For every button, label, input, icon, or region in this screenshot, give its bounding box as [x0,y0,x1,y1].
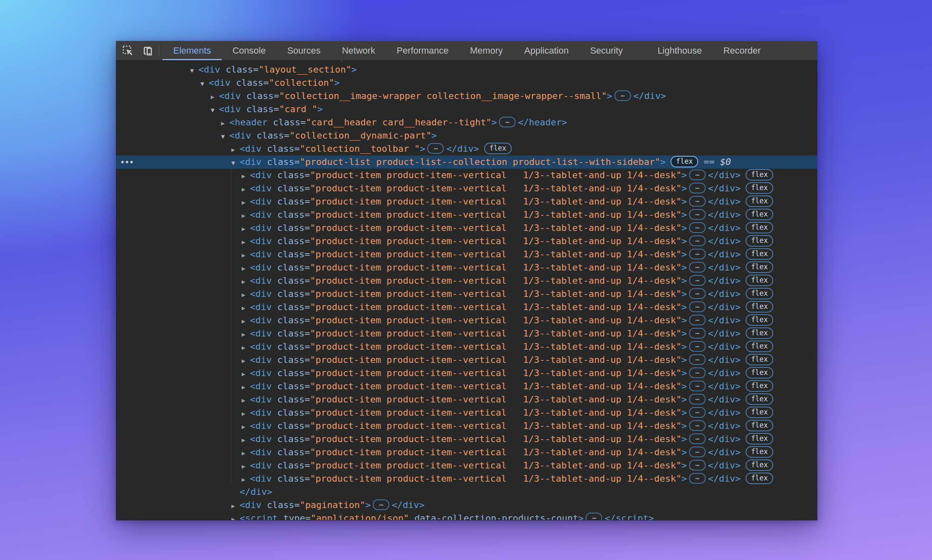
tree-node-product-item[interactable]: ▶<div class="product-item product-item--… [116,287,817,301]
flex-badge[interactable]: flex [746,354,773,365]
flex-badge[interactable]: flex [746,407,773,418]
flex-badge[interactable]: flex [746,420,773,431]
tab-network[interactable]: Network [331,41,386,60]
inline-expand-button[interactable]: ⋯ [689,394,706,405]
expand-arrow-closed-icon[interactable]: ▶ [242,433,250,447]
tree-node-product-item[interactable]: ▶<div class="product-item product-item--… [116,446,817,459]
tree-node-collection[interactable]: ▼<div class="collection"> [116,76,817,89]
expand-arrow-closed-icon[interactable]: ▶ [242,235,250,249]
expand-arrow-closed-icon[interactable]: ▶ [242,262,250,275]
tree-node-collection-toolbar[interactable]: ▶<div class="collection__toolbar ">⋯</di… [116,142,817,155]
node-more-actions-icon[interactable] [121,155,133,169]
expand-arrow-closed-icon[interactable]: ▶ [242,381,250,394]
flex-badge[interactable]: flex [746,433,773,445]
inline-expand-button[interactable]: ⋯ [689,460,706,471]
expand-arrow-closed-icon[interactable]: ▶ [242,341,250,354]
expand-arrow-closed-icon[interactable]: ▶ [242,183,250,196]
flex-badge[interactable]: flex [746,301,773,313]
tree-node-collection-image-wrapper[interactable]: ▶<div class="collection__image-wrapper c… [116,89,817,103]
inline-expand-button[interactable]: ⋯ [689,183,706,193]
tree-node-product-item[interactable]: ▶<div class="product-item product-item--… [116,274,817,287]
expand-arrow-closed-icon[interactable]: ▶ [242,354,250,367]
expand-arrow-closed-icon[interactable]: ▶ [242,394,250,407]
tree-node-product-item[interactable]: ▶<div class="product-item product-item--… [116,261,817,274]
flex-badge[interactable]: flex [746,314,773,326]
flex-badge[interactable]: flex [746,446,773,458]
flex-badge[interactable]: flex [746,341,773,352]
device-toolbar-icon[interactable] [140,41,154,60]
inline-expand-button[interactable]: ⋯ [689,315,706,325]
expand-arrow-open-icon[interactable]: ▼ [211,104,219,117]
tree-node-product-item[interactable]: ▶<div class="product-item product-item--… [116,459,817,472]
inline-expand-button[interactable]: ⋯ [689,275,706,286]
flex-badge[interactable]: flex [746,248,773,260]
flex-badge[interactable]: flex [746,459,773,471]
expand-arrow-closed-icon[interactable]: ▶ [242,288,250,301]
flex-badge[interactable]: flex [746,275,773,286]
flex-badge[interactable]: flex [746,195,773,207]
tree-node-product-item[interactable]: ▶<div class="product-item product-item--… [116,367,817,380]
inline-expand-button[interactable]: ⋯ [689,222,706,233]
expand-arrow-open-icon[interactable]: ▼ [231,156,240,169]
flex-badge[interactable]: flex [484,143,512,154]
tree-node-product-item[interactable]: ▶<div class="product-item product-item--… [116,433,817,446]
expand-arrow-closed-icon[interactable]: ▶ [242,407,250,420]
expand-arrow-open-icon[interactable]: ▼ [190,64,198,77]
expand-arrow-closed-icon[interactable]: ▶ [242,460,250,473]
flex-badge[interactable]: flex [746,393,773,405]
tree-node-product-item[interactable]: ▶<div class="product-item product-item--… [116,327,817,340]
tab-performance[interactable]: Performance [386,41,459,60]
tree-node-pagination[interactable]: ▶<div class="pagination">⋯</div> [116,499,817,512]
inline-expand-button[interactable]: ⋯ [689,447,706,457]
expand-arrow-closed-icon[interactable]: ▶ [242,169,250,183]
inline-expand-button[interactable]: ⋯ [689,407,706,418]
tree-node-product-item[interactable]: ▶<div class="product-item product-item--… [116,419,817,433]
tree-node-product-item[interactable]: ▶<div class="product-item product-item--… [116,221,817,235]
expand-arrow-closed-icon[interactable]: ▶ [231,143,240,156]
inline-expand-button[interactable]: ⋯ [689,262,706,273]
inline-expand-button[interactable]: ⋯ [586,513,602,520]
tree-node-product-item[interactable]: ▶<div class="product-item product-item--… [116,208,817,221]
tree-node-product-item[interactable]: ▶<div class="product-item product-item--… [116,248,817,261]
flex-badge[interactable]: flex [746,473,773,484]
tree-node-product-item[interactable]: ▶<div class="product-item product-item--… [116,340,817,353]
expand-arrow-closed-icon[interactable]: ▶ [242,196,250,209]
expand-arrow-closed-icon[interactable]: ▶ [242,447,250,460]
flex-badge[interactable]: flex [746,209,773,220]
tree-node-product-item[interactable]: ▶<div class="product-item product-item--… [116,380,817,393]
inline-expand-button[interactable]: ⋯ [689,209,706,220]
expand-arrow-closed-icon[interactable]: ▶ [242,328,250,341]
expand-arrow-closed-icon[interactable]: ▶ [242,301,250,315]
tab-security[interactable]: Security [579,41,633,60]
inline-expand-button[interactable]: ⋯ [689,433,706,444]
expand-arrow-closed-icon[interactable]: ▶ [231,499,240,513]
tab-lighthouse[interactable]: Lighthouse [647,41,713,60]
inspect-element-icon[interactable] [121,41,135,60]
tab-sources[interactable]: Sources [276,41,331,60]
flex-badge[interactable]: flex [671,156,698,167]
expand-arrow-closed-icon[interactable]: ▶ [242,275,250,288]
tab-recorder[interactable]: Recorder [713,41,771,60]
flex-badge[interactable]: flex [746,182,773,194]
flex-badge[interactable]: flex [746,327,773,339]
inline-expand-button[interactable]: ⋯ [689,473,706,484]
tree-node-product-list[interactable]: ▼<div class="product-list product-list--… [116,155,817,169]
tree-node-card[interactable]: ▼<div class="card "> [116,103,817,116]
expand-arrow-closed-icon[interactable]: ▶ [242,367,250,381]
expand-arrow-closed-icon[interactable]: ▶ [242,222,250,235]
inline-expand-button[interactable]: ⋯ [689,169,706,180]
inline-expand-button[interactable]: ⋯ [689,328,706,339]
tree-node-product-item[interactable]: ▶<div class="product-item product-item--… [116,314,817,327]
inline-expand-button[interactable]: ⋯ [689,381,706,391]
tree-node-product-item[interactable]: ▶<div class="product-item product-item--… [116,169,817,182]
inline-expand-button[interactable]: ⋯ [689,288,706,299]
inline-expand-button[interactable]: ⋯ [614,90,631,101]
tree-node-product-item[interactable]: ▶<div class="product-item product-item--… [116,195,817,208]
elements-tree[interactable]: ▼<div class="collection-template contain… [116,61,817,520]
inline-expand-button[interactable]: ⋯ [689,420,706,431]
inline-expand-button[interactable]: ⋯ [689,354,706,365]
inline-expand-button[interactable]: ⋯ [373,499,389,510]
tree-node-product-item[interactable]: ▶<div class="product-item product-item--… [116,406,817,419]
expand-arrow-closed-icon[interactable]: ▶ [242,473,250,486]
tree-node-product-item[interactable]: ▶<div class="product-item product-item--… [116,393,817,406]
